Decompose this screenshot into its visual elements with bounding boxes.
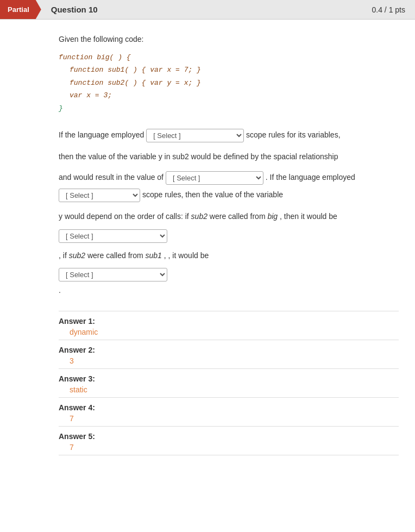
answers-section: Answer 1: dynamic Answer 2: 3 Answer 3: … [59,311,399,455]
answer-label-1: Answer 1: [59,317,399,326]
sentence6-sub1: sub1 [146,251,162,260]
given-text: Given the following code: [59,35,399,43]
answer-value-1: dynamic [59,328,399,336]
select4-container: [ Select ] 3 7 undefined [59,229,399,243]
code-block: function big( ) { function sub1( ) { var… [59,51,399,115]
partial-badge: Partial [0,0,41,19]
score-display: 0.4 / 1 pts [372,5,405,14]
question-para-1: If the language employed [ Select ] dyna… [59,127,399,144]
answer-item-3: Answer 3: static [59,369,399,398]
question-para-5: , if sub2 were called from sub1 , , it w… [59,247,399,264]
question-content: Given the following code: function big( … [0,20,415,471]
code-line-3: function sub2( ) { var y = x; } [59,77,399,89]
sentence6-sub2: sub2 [69,251,85,260]
sentence1-before: If the language employed [59,130,144,139]
sentence5-mid: were called from [210,212,266,221]
code-line-5: } [59,102,399,115]
select2-dropdown[interactable]: [ Select ] 3 7 undefined [166,171,263,185]
sentence6-after: , it would be [168,251,209,260]
answer-item-1: Answer 1: dynamic [59,311,399,340]
sentence3-before: and would result in the value of [59,173,164,181]
answer-value-5: 7 [59,443,399,452]
select3-dropdown[interactable]: [ Select ] dynamic static [59,189,140,202]
select3-container: [ Select ] dynamic static [59,187,140,204]
question-para-4: y would depend on the order of calls: if… [59,208,399,225]
sentence7: . [59,286,61,295]
answer-label-2: Answer 2: [59,346,399,354]
answer-value-2: 3 [59,356,399,365]
sentence3-after: . If the language [266,173,320,181]
question-header: Partial Question 10 0.4 / 1 pts [0,0,415,20]
answer-item-2: Answer 2: 3 [59,340,399,369]
sentence5-after-comma: then it would be [284,212,337,221]
select1-dropdown[interactable]: [ Select ] dynamic static [146,129,244,142]
code-line-2: function sub1( ) { var x = 7; } [59,64,399,76]
select4-dropdown[interactable]: [ Select ] 3 7 undefined [59,229,167,243]
answer-label-3: Answer 3: [59,374,399,383]
sentence5-big: big [267,212,278,221]
select1-container: [ Select ] dynamic static [146,127,244,144]
code-line-1: function big( ) { [59,51,399,64]
answer-item-4: Answer 4: 7 [59,398,399,427]
select5-container: [ Select ] 3 7 undefined [59,268,399,281]
sentence4-after: scope rules, then the value of the varia… [142,190,283,199]
sentence6-before: , if [59,251,69,260]
answer-value-3: static [59,385,399,394]
sentence6-mid: were called from [87,251,143,260]
question-title: Question 10 [51,5,372,14]
question-para-2: then the value of the variable y in sub2… [59,148,399,165]
select2-container: [ Select ] 3 7 undefined [166,170,263,186]
sentence5-sub2: sub2 [191,212,208,221]
answer-value-4: 7 [59,414,399,423]
question-para-3: and would result in the value of [ Selec… [59,169,399,203]
sentence4-before: employed [322,173,355,181]
sentence1-after: scope rules for its variables, [246,130,341,139]
sentence2: then the value of the variable y in sub2… [59,152,338,161]
code-line-4: var x = 3; [59,89,399,102]
answer-label-5: Answer 5: [59,432,399,441]
select5-dropdown[interactable]: [ Select ] 3 7 undefined [59,268,167,281]
sentence5-before: y would depend on the order of calls: if [59,212,189,221]
answer-label-4: Answer 4: [59,403,399,412]
answer-item-5: Answer 5: 7 [59,427,399,455]
